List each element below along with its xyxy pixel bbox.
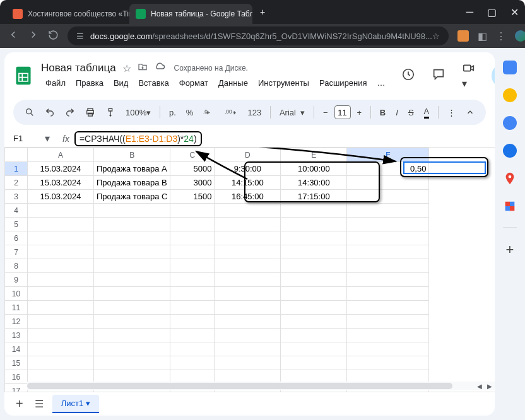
increase-decimal-icon[interactable]: .00 — [221, 105, 241, 120]
formula-input[interactable]: =СРЗНАЧ((E1:E3-D1:D3)*24) — [74, 131, 486, 146]
menu-icon[interactable]: ⋮ — [496, 30, 506, 42]
font-size-input[interactable] — [334, 105, 351, 119]
row-header[interactable]: 3 — [5, 190, 28, 204]
move-icon[interactable] — [138, 62, 148, 74]
column-header-E[interactable]: E — [281, 148, 347, 162]
name-box[interactable]: F1 — [13, 134, 45, 143]
cell[interactable]: 9:30:00 — [215, 162, 281, 176]
history-icon[interactable] — [398, 64, 419, 88]
menu-edit[interactable]: Правка — [71, 76, 108, 90]
format-currency[interactable]: р. — [165, 105, 180, 120]
row-header[interactable]: 6 — [5, 231, 28, 245]
strikethrough-button[interactable]: S — [404, 105, 418, 120]
cell[interactable]: 15.03.2024 — [28, 162, 94, 176]
format-percent[interactable]: % — [182, 105, 198, 120]
collapse-toolbar-icon[interactable] — [462, 105, 478, 120]
profile-icon[interactable] — [515, 30, 525, 42]
select-all-corner[interactable] — [5, 148, 28, 162]
cell[interactable]: Продажа товара A — [94, 162, 170, 176]
row-header[interactable]: 9 — [5, 273, 28, 287]
star-icon[interactable]: ☆ — [432, 32, 440, 41]
meet-icon[interactable]: ▾ — [458, 57, 483, 93]
reload-icon[interactable] — [48, 30, 59, 43]
menu-view[interactable]: Вид — [109, 76, 133, 90]
calendar-icon[interactable] — [503, 61, 517, 74]
column-header-D[interactable]: D — [215, 148, 281, 162]
sheet-tab-active[interactable]: Лист1 ▾ — [52, 395, 99, 413]
column-header-F[interactable]: F — [347, 148, 429, 162]
row-header[interactable]: 5 — [5, 218, 28, 231]
menu-file[interactable]: Файл — [41, 76, 70, 90]
close-window-icon[interactable]: ✕ — [510, 6, 519, 18]
sheets-logo-icon[interactable] — [13, 64, 33, 87]
cell[interactable]: 5000 — [170, 162, 215, 176]
row-header[interactable]: 11 — [5, 301, 28, 315]
extension-icon[interactable] — [457, 30, 469, 42]
row-header[interactable]: 1 — [5, 162, 28, 176]
horizontal-scrollbar[interactable]: ◀ ▶ — [27, 382, 495, 390]
menu-tools[interactable]: Инструменты — [254, 76, 314, 90]
add-sheet-button[interactable]: + — [13, 394, 26, 414]
star-icon[interactable]: ☆ — [122, 62, 131, 74]
column-header-C[interactable]: C — [170, 148, 215, 162]
minimize-icon[interactable]: ─ — [466, 6, 473, 18]
menu-more[interactable]: … — [373, 76, 390, 90]
comment-icon[interactable] — [428, 64, 449, 88]
row-header[interactable]: 8 — [5, 259, 28, 273]
row-header[interactable]: 7 — [5, 245, 28, 259]
row-header[interactable]: 15 — [5, 356, 28, 370]
cell[interactable]: 14:15:00 — [215, 176, 281, 190]
cell[interactable]: 17:15:00 — [281, 190, 347, 204]
scroll-right-icon[interactable]: ▶ — [485, 383, 495, 390]
print-icon[interactable] — [81, 104, 99, 120]
row-header[interactable]: 13 — [5, 329, 28, 342]
menu-data[interactable]: Данные — [214, 76, 252, 90]
zoom-selector[interactable]: 100% ▾ — [122, 105, 155, 120]
row-header[interactable]: 4 — [5, 204, 28, 218]
cell[interactable] — [347, 176, 429, 190]
cell[interactable]: 16:45:00 — [215, 190, 281, 204]
bold-button[interactable]: B — [376, 105, 389, 120]
decrease-decimal-icon[interactable]: .0 — [199, 105, 218, 120]
search-icon[interactable] — [21, 104, 38, 120]
font-selector[interactable]: Arial ▾ — [276, 105, 309, 120]
maximize-icon[interactable]: ▢ — [487, 6, 497, 18]
menu-insert[interactable]: Вставка — [134, 76, 173, 90]
forward-icon[interactable] — [28, 29, 39, 43]
row-header[interactable]: 12 — [5, 315, 28, 329]
cell[interactable]: 3000 — [170, 176, 215, 190]
menu-extensions[interactable]: Расширения — [315, 76, 372, 90]
italic-button[interactable]: I — [392, 105, 402, 120]
name-box-dropdown-icon[interactable]: ▾ — [45, 132, 50, 144]
paint-format-icon[interactable] — [102, 104, 119, 120]
addon-icon[interactable] — [503, 199, 517, 213]
site-info-icon[interactable]: ☰ — [76, 32, 84, 41]
scroll-left-icon[interactable]: ◀ — [475, 383, 485, 390]
row-header[interactable]: 10 — [5, 287, 28, 301]
row-header[interactable]: 14 — [5, 342, 28, 356]
cell[interactable] — [347, 190, 429, 204]
browser-tab-2-active[interactable]: Новая таблица - Google Табли × — [129, 4, 252, 24]
back-icon[interactable] — [8, 29, 19, 43]
font-size-decrease[interactable]: − — [319, 105, 332, 120]
doc-title[interactable]: Новая таблица — [41, 62, 116, 74]
cell[interactable]: 15.03.2024 — [28, 190, 94, 204]
contacts-icon[interactable] — [503, 144, 517, 158]
cell[interactable]: Продажа товара B — [94, 176, 170, 190]
text-color-button[interactable]: A — [420, 103, 434, 122]
cell[interactable]: Продажа товара C — [94, 190, 170, 204]
row-header[interactable]: 16 — [5, 370, 28, 384]
sidepanel-icon[interactable]: ◧ — [478, 30, 487, 42]
column-header-A[interactable]: A — [28, 148, 94, 162]
cloud-saved-icon[interactable] — [154, 61, 165, 75]
redo-icon[interactable] — [61, 104, 79, 120]
get-addons-button[interactable]: + — [506, 242, 514, 258]
undo-icon[interactable] — [41, 104, 59, 120]
more-formats[interactable]: 123 — [244, 105, 265, 120]
column-header-B[interactable]: B — [94, 148, 170, 162]
font-size-increase[interactable]: + — [353, 105, 366, 120]
browser-tab-1[interactable]: Хостинговое сообщество «Tim × — [6, 4, 129, 24]
menu-format[interactable]: Формат — [175, 76, 213, 90]
maps-icon[interactable] — [503, 172, 517, 185]
cell-selected[interactable]: 0,50 — [347, 162, 429, 176]
